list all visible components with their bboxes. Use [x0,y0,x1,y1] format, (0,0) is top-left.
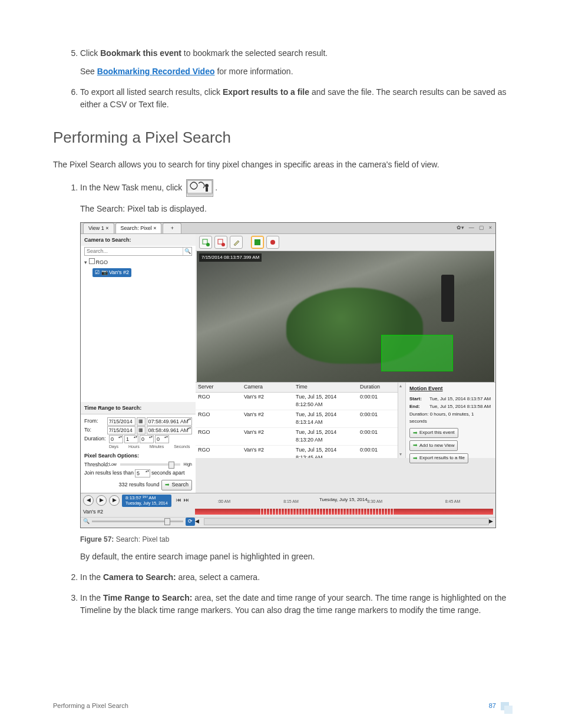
video-preview[interactable]: 7/15/2014 08:13:57.399 AM [197,251,494,382]
text: In the New Task menu, click [80,183,182,192]
from-date-field[interactable]: 7/15/2014 [107,417,135,426]
to-time-field[interactable]: 08:58:49.961 AM [147,426,192,434]
pixel-search-icon [186,179,213,197]
play-button[interactable]: ▶ [96,495,107,506]
threshold-low: Low [109,462,117,468]
text-bold: Time Range to Search: [103,593,192,602]
timeline-tick: 8:15 AM [283,499,299,505]
tool-full-area-icon[interactable] [251,236,264,249]
doc-step-2: In the Camera to Search: area, select a … [80,571,509,584]
col-time[interactable]: Time [293,383,358,392]
text: for more information. [215,67,293,76]
text: The Search: Pixel tab is displayed. [80,203,509,215]
maximize-icon[interactable]: ▢ [479,224,484,232]
dur-days[interactable]: 0 [109,435,123,443]
add-to-new-view-button[interactable]: ➡Add to new View [409,440,458,451]
gear-icon[interactable]: ✿▾ [457,224,464,232]
text: In the [80,593,103,602]
svg-rect-4 [203,239,207,244]
timeline-tick: 8:30 AM [367,499,382,505]
to-date-field[interactable]: 7/15/2014 [107,426,135,434]
col-duration[interactable]: Duration [358,383,398,392]
scroll-left-icon[interactable]: ◀ [195,518,199,526]
table-row[interactable]: RGOVan's #2Tue, Jul 15, 2014 8:13:14 AM0… [196,410,398,428]
table-row[interactable]: RGOVan's #2Tue, Jul 15, 2014 8:13:20 AM0… [196,428,398,446]
detail-start-value: Tue, Jul 15, 2014 8:13:57 AM [429,396,491,401]
video-toolbar [196,234,495,251]
join-label-a: Join results less than [84,469,134,477]
threshold-high: High [184,462,192,468]
timeline-camera-label: Van's #2 [83,508,195,516]
svg-point-1 [205,184,209,187]
tree-camera-selected[interactable]: ☑ 📷 Van's #2 [92,268,131,278]
text-bold: Camera to Search: [103,572,176,582]
calendar-icon[interactable]: ▦ [137,426,146,434]
table-row[interactable]: RGOVan's #2Tue, Jul 15, 2014 8:12:50 AM0… [196,393,398,410]
results-scrollbar[interactable] [398,383,405,458]
tab-search-pixel[interactable]: Search: Pixel × [115,223,162,234]
timeline-scale[interactable]: Tuesday, July 15, 2014 :00 AM 8:15 AM 8:… [194,496,493,505]
calendar-icon[interactable]: ▦ [137,417,146,426]
timeline-hscroll[interactable] [204,518,489,525]
detail-title: Motion Event [409,385,492,393]
tool-zone-add-icon[interactable] [199,236,212,249]
camera-search-input[interactable] [85,248,183,256]
dur-hours[interactable]: 1 [124,435,138,443]
step-forward-button[interactable]: ▶ [109,495,120,506]
col-server[interactable]: Server [196,383,242,392]
text-bold: Bookmark this event [100,48,181,58]
dur-days-label: Days [109,444,118,450]
link-bookmarking-recorded-video[interactable]: Bookmarking Recorded Video [97,67,215,76]
tab-view1[interactable]: View 1 × [83,223,114,234]
tool-clear-icon[interactable] [266,236,279,249]
table-row[interactable]: RGOVan's #2Tue, Jul 15, 2014 8:13:45 AM0… [196,446,398,459]
join-seconds-field[interactable]: 5 [135,469,150,477]
camera-tree[interactable]: RGO ☑ 📷 Van's #2 [81,257,196,402]
text: To export all listed search results, cli… [80,87,223,97]
scroll-right-icon[interactable]: ▶ [489,518,493,526]
time-range-heading: Time Range to Search: [81,402,196,414]
export-results-to-file-button[interactable]: ➡Export results to a file [409,453,468,464]
arrow-right-icon: ➡ [413,429,418,437]
svg-point-7 [222,243,225,246]
close-icon[interactable]: × [489,224,492,232]
tool-zone-remove-icon[interactable] [214,236,227,249]
timeline-zoom[interactable]: 🔍 ⟳ [83,518,195,526]
page-number: 87 [489,702,496,709]
threshold-slider[interactable] [120,463,180,466]
jump-start-icon[interactable]: ⏮ [176,496,181,505]
timeline-track[interactable] [195,509,493,515]
text-bold: Export results to a file [223,87,309,97]
tree-server[interactable]: RGO [84,258,192,267]
tab-bar: View 1 × Search: Pixel × + ✿▾ — ▢ × [81,223,495,234]
step-back-button[interactable]: ◀ [83,495,94,506]
footer-title: Performing a Pixel Search [53,702,128,710]
text: area, select a camera. [176,572,260,582]
export-this-event-button[interactable]: ➡Export this event [409,428,458,439]
results-count: 332 results found [118,481,159,489]
minimize-icon[interactable]: — [469,224,474,232]
text: . [215,183,217,192]
detail-pane: Motion Event Start:Tue, Jul 15, 2014 8:1… [405,383,495,458]
search-button[interactable]: ➡Search [161,480,192,490]
dur-seconds[interactable]: 0 [155,435,169,443]
zoom-out-icon[interactable]: 🔍 [83,518,90,526]
tool-pencil-icon[interactable] [230,236,243,249]
col-camera[interactable]: Camera [242,383,293,392]
jump-end-icon[interactable]: ⏭ [184,496,189,505]
zoom-level-icon[interactable]: ⟳ [186,518,195,526]
timeline-tick: :00 AM [217,499,230,505]
app-window: View 1 × Search: Pixel × + ✿▾ — ▢ × Came… [80,222,496,528]
from-time-field[interactable]: 07:58:49.961 AM [147,417,192,426]
text: Click [80,48,100,58]
pixel-search-region[interactable] [381,335,453,371]
tab-new[interactable]: + [163,223,181,234]
svg-rect-6 [218,239,223,244]
search-icon[interactable]: 🔍 [183,248,191,256]
dur-minutes[interactable]: 0 [140,435,154,443]
camera-search-box[interactable]: 🔍 [84,247,192,256]
svg-rect-2 [206,187,208,192]
timeline-day-label: Tuesday, July 15, 2014 [319,496,368,503]
timeline: ◀ ▶ ▶ 8:13:57 ³⁹⁷ AMTuesday, July 15, 20… [81,493,495,528]
figure-label: Figure 57: [80,535,116,543]
